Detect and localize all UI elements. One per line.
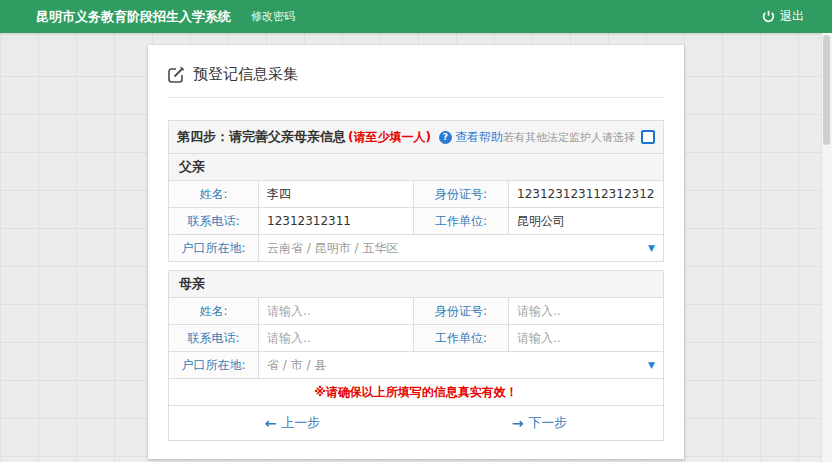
table-row: 姓名: 身份证号: [169,298,664,325]
mother-phone-input[interactable] [259,326,413,351]
father-work-label: 工作单位: [414,208,509,235]
mother-phone-label: 联系电话: [169,325,259,352]
main-card: 预登记信息采集 第四步：请完善父亲母亲信息 (请至少填一人) ? 查看帮助 若有… [148,45,684,459]
mother-name-label: 姓名: [169,298,259,325]
edit-icon [168,66,185,83]
app-title: 昆明市义务教育阶段招生入学系统 [36,8,231,26]
table-row: 联系电话: 工作单位: [169,208,664,235]
mother-residence-select[interactable]: 省 / 市 / 县 ▼ [259,352,664,379]
form-warning: ※请确保以上所填写的信息真实有效！ [169,379,664,406]
father-phone-label: 联系电话: [169,208,259,235]
change-password-link[interactable]: 修改密码 [251,9,295,24]
mother-section-header: 母亲 [169,271,664,298]
mother-work-input[interactable] [509,326,663,351]
table-row: 户口所在地: 省 / 市 / 县 ▼ [169,352,664,379]
power-icon [762,10,775,23]
mother-id-label: 身份证号: [414,298,509,325]
table-row: 姓名: 身份证号: [169,181,664,208]
step-title: 第四步：请完善父亲母亲信息 [177,128,346,146]
mother-name-input[interactable] [259,299,413,324]
father-name-label: 姓名: [169,181,259,208]
view-help-link[interactable]: 查看帮助 [455,129,503,146]
step-navigation: ← 上一步 → 下一步 [169,406,663,440]
guardian-label: 若有其他法定监护人请选择 [503,130,635,145]
page-scrollbar[interactable] [821,33,832,462]
guardian-checkbox[interactable] [641,130,655,144]
table-row: ← 上一步 → 下一步 [169,406,664,441]
table-row: ※请确保以上所填写的信息真实有效！ [169,379,664,406]
mother-table: 母亲 姓名: 身份证号: 联系电话: 工作单位: 户口所在地: 省 / 市 / … [168,270,664,441]
spacer [168,262,664,270]
prev-step-label: 上一步 [281,414,320,432]
father-residence-label: 户口所在地: [169,235,259,262]
step-requirement: (请至少填一人) [348,129,431,146]
father-work-input[interactable] [509,209,663,234]
scrollbar-thumb[interactable] [823,35,830,145]
logout-label: 退出 [780,8,804,25]
top-navbar: 昆明市义务教育阶段招生入学系统 修改密码 退出 [0,0,832,33]
father-residence-value: 云南省 / 昆明市 / 五华区 [259,241,398,255]
prev-step-button[interactable]: ← 上一步 [265,414,321,432]
father-phone-input[interactable] [259,209,413,234]
chevron-down-icon: ▼ [648,360,655,370]
left-arrow-icon: ← [265,415,277,431]
next-step-button[interactable]: → 下一步 [512,414,568,432]
father-residence-select[interactable]: 云南省 / 昆明市 / 五华区 ▼ [259,235,664,262]
father-name-input[interactable] [259,182,413,207]
father-section-header: 父亲 [169,154,664,181]
mother-residence-label: 户口所在地: [169,352,259,379]
father-table: 父亲 姓名: 身份证号: 联系电话: 工作单位: 户口所在地: 云南省 / 昆明… [168,153,664,262]
father-id-input[interactable] [509,182,663,207]
page-title: 预登记信息采集 [193,65,298,84]
chevron-down-icon: ▼ [648,243,655,253]
help-icon[interactable]: ? [439,131,452,144]
next-step-label: 下一步 [528,414,567,432]
father-id-label: 身份证号: [414,181,509,208]
logout-button[interactable]: 退出 [762,8,804,25]
right-arrow-icon: → [512,415,524,431]
table-row: 户口所在地: 云南省 / 昆明市 / 五华区 ▼ [169,235,664,262]
page-title-row: 预登记信息采集 [168,61,664,98]
table-row: 联系电话: 工作单位: [169,325,664,352]
step-header: 第四步：请完善父亲母亲信息 (请至少填一人) ? 查看帮助 若有其他法定监护人请… [168,120,664,154]
mother-residence-placeholder: 省 / 市 / 县 [259,358,326,372]
mother-work-label: 工作单位: [414,325,509,352]
guardian-option: 若有其他法定监护人请选择 [503,130,655,145]
mother-id-input[interactable] [509,299,663,324]
